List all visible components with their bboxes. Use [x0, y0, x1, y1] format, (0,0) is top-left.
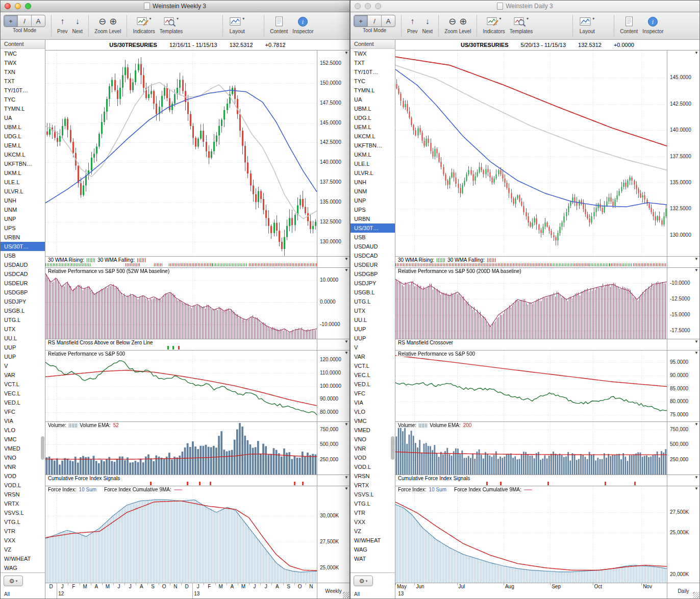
symbol-item[interactable]: VED.L [351, 380, 395, 389]
inspector-button[interactable]: i [646, 16, 659, 27]
symbol-item[interactable]: VOD.L [1, 481, 45, 490]
symbol-item[interactable]: UTX [1, 325, 45, 334]
symbol-item[interactable]: UNH [351, 178, 395, 187]
symbol-item[interactable]: USDAUD [1, 260, 45, 269]
symbol-item[interactable]: ULE.L [1, 178, 45, 187]
rel-perf-hist-canvas[interactable] [395, 268, 667, 339]
symbol-item[interactable]: UDG.L [1, 132, 45, 141]
move-tool-button[interactable]: + [354, 15, 368, 27]
content-button[interactable] [274, 16, 284, 27]
symbol-item[interactable]: UKM.L [1, 168, 45, 178]
symbol-item[interactable]: TXT [1, 77, 45, 86]
symbol-item[interactable]: TWC [1, 49, 45, 58]
symbol-item[interactable]: TXT [351, 58, 395, 67]
symbol-item[interactable]: VSVS.L [351, 490, 395, 499]
rel-perf-canvas[interactable] [45, 351, 317, 421]
pane-disclosure-icon[interactable]: ▼ [344, 268, 348, 273]
symbol-item[interactable]: USDEUR [351, 260, 395, 269]
zoom-out-button[interactable]: ⊖ [97, 15, 107, 28]
price-canvas[interactable] [395, 51, 667, 256]
symbol-item[interactable]: WAG [1, 563, 45, 572]
symbol-item[interactable]: VXX [351, 517, 395, 527]
symbol-item[interactable]: VTR [351, 508, 395, 517]
symbol-item[interactable]: VFC [351, 389, 395, 398]
rel-perf-canvas[interactable] [395, 351, 667, 421]
resize-grip[interactable] [343, 592, 349, 598]
symbol-item[interactable]: UNH [1, 196, 45, 205]
symbol-item[interactable]: USDEUR [1, 279, 45, 288]
symbol-item[interactable]: VRSN [1, 490, 45, 499]
pane-disclosure-icon[interactable]: ▼ [694, 422, 698, 427]
content-button[interactable] [624, 16, 634, 27]
indicators-button[interactable]: ▾ [486, 16, 503, 27]
move-tool-button[interactable]: + [4, 15, 18, 27]
symbol-item[interactable]: UU.L [351, 315, 395, 325]
symbol-item[interactable]: URBN [351, 214, 395, 223]
symbol-item[interactable]: UA [1, 113, 45, 122]
symbol-item[interactable]: UNP [351, 196, 395, 205]
symbol-item[interactable]: UU.L [1, 334, 45, 343]
force-index-canvas[interactable] [45, 486, 317, 583]
symbol-item[interactable]: W/WHEAT [1, 554, 45, 563]
symbol-item[interactable]: VTG.L [1, 517, 45, 527]
symbol-item[interactable]: TYC [1, 95, 45, 104]
symbol-item[interactable]: VZ [1, 545, 45, 554]
templates-button[interactable]: ▾ [163, 16, 180, 27]
symbol-item[interactable]: VED.L [1, 398, 45, 407]
next-button[interactable]: ↓ [73, 15, 82, 28]
pane-disclosure-icon[interactable]: ▼ [694, 51, 698, 56]
symbol-item[interactable]: VLO [1, 426, 45, 435]
prev-button[interactable]: ↑ [58, 15, 67, 28]
symbol-item[interactable]: USDGBP [1, 288, 45, 297]
symbol-item[interactable]: VNO [1, 453, 45, 462]
layout-button[interactable]: ▾ [579, 16, 595, 27]
pane-disclosure-icon[interactable]: ▼ [694, 339, 698, 344]
symbol-filter-label[interactable]: All [4, 591, 10, 597]
rel-perf-hist-canvas[interactable] [45, 268, 317, 339]
symbol-item[interactable]: VIA [351, 398, 395, 407]
symbol-item[interactable]: TWX [1, 58, 45, 67]
symbol-item[interactable]: US/30T… [351, 223, 395, 233]
symbol-item[interactable]: UNP [1, 214, 45, 223]
symbol-item[interactable]: UTX [351, 306, 395, 315]
symbol-item[interactable]: VCT.L [1, 380, 45, 389]
volume-canvas[interactable] [45, 422, 317, 475]
pane-disclosure-icon[interactable]: ▼ [344, 486, 348, 491]
symbol-item[interactable]: UNM [351, 187, 395, 196]
symbol-item[interactable]: UKFTBN… [1, 159, 45, 168]
symbol-item[interactable]: ULE.L [351, 159, 395, 168]
symbol-item[interactable]: VRTX [1, 499, 45, 508]
symbol-item[interactable]: USDCAD [1, 269, 45, 279]
symbol-item[interactable]: VCT.L [351, 361, 395, 370]
symbol-item[interactable]: WAT [351, 554, 395, 563]
symbol-item[interactable]: USDGBP [351, 269, 395, 279]
minimize-button[interactable] [365, 3, 371, 9]
inspector-button[interactable]: i [296, 16, 309, 27]
symbol-item[interactable]: ULVR.L [1, 187, 45, 196]
symbol-item[interactable]: TY/10T… [1, 86, 45, 95]
symbol-item[interactable]: ULVR.L [351, 168, 395, 178]
symbol-item[interactable]: US/30T… [1, 242, 45, 251]
symbol-item[interactable]: TXN [1, 67, 45, 77]
pane-disclosure-icon[interactable]: ▼ [344, 339, 348, 344]
pane-disclosure-icon[interactable]: ▼ [694, 268, 698, 273]
titlebar[interactable]: Weinstein Daily 3 [351, 1, 699, 12]
pane-disclosure-icon[interactable]: ▼ [344, 51, 348, 56]
sidebar-scrollbar-thumb[interactable] [391, 436, 394, 460]
symbol-item[interactable]: VMED [1, 444, 45, 453]
symbol-item[interactable]: UPS [351, 205, 395, 214]
symbol-item[interactable]: VLO [351, 407, 395, 416]
symbol-item[interactable]: UUP [351, 334, 395, 343]
symbol-item[interactable]: VEC.L [351, 370, 395, 380]
zoom-window-button[interactable] [25, 3, 31, 9]
symbol-item[interactable]: VFC [1, 407, 45, 416]
symbol-item[interactable]: USDJPY [351, 279, 395, 288]
symbol-item[interactable]: V [1, 361, 45, 370]
symbol-item[interactable]: VRTX [351, 481, 395, 490]
symbol-item[interactable]: UNM [1, 205, 45, 214]
symbol-item[interactable]: VAR [351, 352, 395, 361]
close-button[interactable] [5, 3, 11, 9]
symbol-item[interactable]: W/WHEAT [351, 536, 395, 545]
text-tool-button[interactable]: A [382, 15, 395, 27]
symbol-item[interactable]: USB [351, 233, 395, 242]
